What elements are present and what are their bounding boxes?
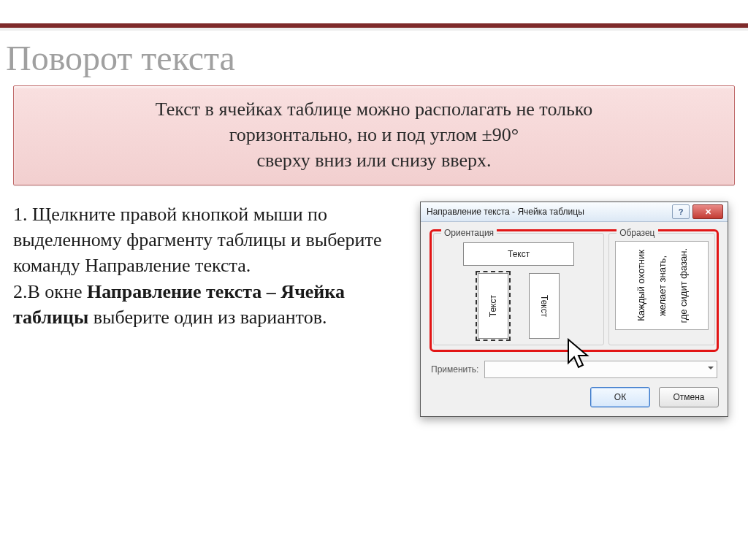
callout-line: горизонтально, но и под углом ±90°	[23, 122, 725, 147]
sample-preview: Каждый охотник желает знать, где сидит ф…	[615, 241, 709, 330]
step-1a: 1. Щелкните правой кнопкой мыши по выдел…	[13, 204, 381, 250]
slide-accent-bar	[0, 0, 748, 28]
sample-label: Образец	[617, 228, 657, 238]
sample-line-3: где сидит фазан.	[678, 248, 689, 323]
orientation-vertical-down[interactable]: Текст	[529, 273, 560, 339]
apply-label: Применить:	[431, 364, 478, 375]
orientation-horizontal[interactable]: Текст	[463, 242, 574, 266]
apply-select[interactable]	[484, 361, 717, 378]
ok-button[interactable]: ОК	[590, 387, 650, 407]
sample-group: Образец Каждый охотник желает знать, где…	[608, 233, 715, 345]
help-button[interactable]: ?	[672, 204, 690, 219]
dialog-title: Направление текста - Ячейка таблицы	[427, 207, 669, 217]
slide-title: Поворот текста	[6, 38, 748, 78]
cancel-label: Отмена	[673, 392, 704, 402]
vertical-up-label: Текст	[488, 295, 498, 317]
help-icon: ?	[679, 207, 684, 216]
step-1b: команду Направление текста.	[13, 255, 251, 276]
vertical-down-label: Текст	[539, 295, 549, 317]
instructions-text: 1. Щелкните правой кнопкой мыши по выдел…	[13, 202, 400, 417]
ok-label: ОК	[614, 392, 626, 402]
callout-line: сверху вниз или снизу вверх.	[23, 147, 725, 173]
callout-box: Текст в ячейках таблице можно располагат…	[13, 85, 735, 185]
close-button[interactable]: ✕	[692, 204, 723, 219]
orientation-group: Ориентация Текст Текст Текст	[433, 233, 604, 345]
step-2a: 2.В окне	[13, 281, 87, 302]
dialog-illustration: Направление текста - Ячейка таблицы ? ✕ …	[413, 202, 735, 417]
step-2c: выберите один из вариантов.	[88, 307, 327, 328]
sample-line-1: Каждый охотник	[636, 250, 646, 321]
callout-line: Текст в ячейках таблице можно располагат…	[23, 96, 725, 122]
highlight-frame: Ориентация Текст Текст Текст Образе	[430, 229, 719, 352]
cancel-button[interactable]: Отмена	[659, 387, 719, 407]
sample-line-2: желает знать,	[657, 256, 668, 316]
apply-row: Применить:	[430, 359, 719, 384]
text-direction-dialog: Направление текста - Ячейка таблицы ? ✕ …	[420, 202, 728, 417]
orientation-vertical-up[interactable]: Текст	[478, 273, 508, 339]
orientation-label: Ориентация	[441, 228, 497, 238]
close-icon: ✕	[705, 207, 711, 217]
dialog-titlebar[interactable]: Направление текста - Ячейка таблицы ? ✕	[421, 202, 728, 222]
